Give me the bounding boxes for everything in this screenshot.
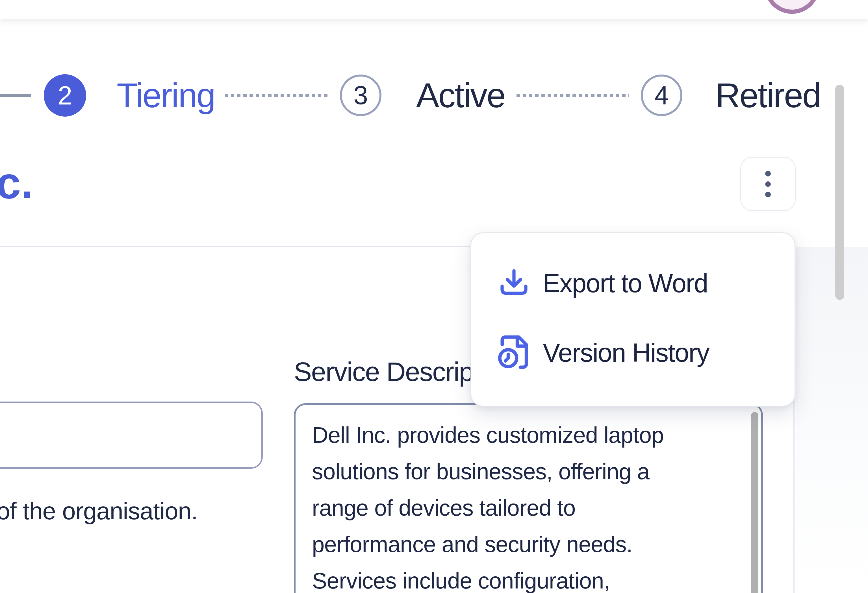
page-background-strip [796,247,868,593]
page-scrollbar[interactable] [835,85,844,300]
service-description-value: Dell Inc. provides customized laptop sol… [312,417,730,593]
top-bar [0,0,868,19]
stepper-step-tiering-circle[interactable]: 2 [44,74,86,117]
textarea-scrollbar[interactable] [751,412,758,593]
left-field-helper-text: of the organisation. [0,497,198,525]
page-title: c. [0,160,33,205]
menu-item-export-to-word[interactable]: Export to Word [471,251,794,316]
download-icon [498,267,530,300]
service-description-textarea[interactable]: Dell Inc. provides customized laptop sol… [294,403,763,593]
step-number: 2 [58,81,72,110]
step-number: 3 [353,81,368,110]
stepper-step-tiering-label[interactable]: Tiering [117,74,215,117]
stepper-connector-dashed [517,94,629,97]
menu-item-label: Export to Word [543,269,708,298]
stepper-step-retired-label[interactable]: Retired [715,74,821,117]
stepper-connector-completed [0,94,31,97]
stepper-step-active-circle[interactable]: 3 [340,75,381,116]
step-number: 4 [654,81,669,110]
kebab-menu-icon [765,171,771,197]
stepper-step-active-label[interactable]: Active [416,74,505,117]
file-clock-icon [496,334,532,371]
menu-item-version-history[interactable]: Version History [471,320,794,385]
left-text-input[interactable] [0,402,263,469]
menu-item-label: Version History [543,338,709,368]
stepper-step-retired-circle[interactable]: 4 [641,75,682,116]
actions-dropdown-menu: Export to Word Version History [471,232,796,407]
stepper-connector-dashed [224,94,328,97]
actions-menu-button[interactable] [740,157,796,211]
